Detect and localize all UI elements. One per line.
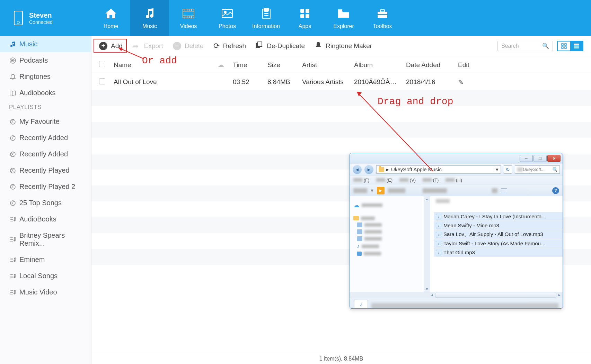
cloud-icon: ☁: [353, 201, 360, 209]
maximize-button[interactable]: ☐: [533, 155, 547, 162]
svg-point-30: [12, 60, 14, 61]
file-item[interactable]: Mean Swifty - Mine.mp3: [434, 221, 563, 230]
nav-home[interactable]: Home: [91, 0, 130, 36]
info-icon: [259, 7, 273, 20]
cloud-icon: ☁: [215, 61, 230, 69]
help-icon[interactable]: ?: [552, 187, 559, 194]
home-icon: [104, 7, 118, 20]
refresh-icon[interactable]: ↻: [504, 165, 512, 174]
svg-rect-57: [562, 47, 563, 48]
dedup-button[interactable]: De-Duplicate: [256, 42, 305, 50]
nav-videos[interactable]: Videos: [169, 0, 208, 36]
device-status: Connected: [29, 19, 53, 25]
export-icon: [132, 42, 141, 50]
audio-file-icon: [436, 223, 441, 228]
folder-icon: [337, 7, 351, 20]
device-name: Steven: [29, 11, 53, 19]
playlist-icon: [9, 118, 17, 126]
col-artist[interactable]: Artist: [299, 61, 351, 69]
toolbar: Add Export Delete ⟳ Refresh De-Duplicate…: [91, 36, 591, 56]
search-input[interactable]: Search 🔍: [497, 41, 553, 51]
phone-icon: [14, 11, 23, 25]
svg-rect-56: [565, 44, 566, 45]
explorer-search[interactable]: UkeySoft... 🔍: [515, 165, 560, 174]
file-list[interactable]: Mariah Carey - I Stay In Love (Instrumen…: [430, 196, 563, 292]
row-checkbox[interactable]: [99, 78, 105, 84]
playlist-icon: [9, 272, 17, 280]
play-icon[interactable]: ▶: [377, 187, 385, 194]
file-item[interactable]: Sara Lov、Air Supply - All Out of Love.mp…: [434, 230, 563, 239]
close-button[interactable]: ✕: [547, 155, 561, 162]
audio-file-icon: [436, 250, 441, 255]
playlist-item[interactable]: Recently Added: [0, 146, 91, 162]
export-button[interactable]: Export: [132, 42, 163, 50]
podcast-icon: [9, 57, 17, 64]
playlist-item[interactable]: AudioBooks: [0, 211, 91, 227]
nav-music[interactable]: Music: [130, 0, 169, 36]
address-bar: ◄ ► ▸ UkeySoft Apple Music ▾ ↻ UkeySoft.…: [350, 164, 563, 175]
video-icon: [182, 7, 195, 20]
content: Add Export Delete ⟳ Refresh De-Duplicate…: [91, 36, 591, 364]
nav-information[interactable]: Information: [247, 0, 285, 36]
playlist-item[interactable]: Local Songs: [0, 268, 91, 284]
delete-button[interactable]: Delete: [173, 42, 204, 50]
col-time[interactable]: Time: [230, 61, 265, 69]
nav-apps[interactable]: Apps: [285, 0, 324, 36]
svg-rect-0: [183, 9, 194, 18]
playlist-item[interactable]: 25 Top Songs: [0, 195, 91, 211]
playlist-item[interactable]: Eminem: [0, 252, 91, 268]
playlist-item[interactable]: Recently Played: [0, 162, 91, 179]
explorer-toolbar: ▾ ▶ ?: [350, 185, 563, 196]
playlists-header: PLAYLISTS: [0, 101, 91, 113]
col-edit[interactable]: Edit: [455, 61, 483, 69]
playlist-item[interactable]: Britney Spears Remix...: [0, 227, 91, 252]
sidebar: Music Podcasts Ringtones Audiobooks PLAY…: [0, 36, 91, 364]
playlist-item[interactable]: Recently Added: [0, 130, 91, 146]
col-album[interactable]: Album: [351, 61, 403, 69]
playlist-item[interactable]: Music Video: [0, 284, 91, 300]
list-view-icon[interactable]: [570, 42, 583, 51]
col-date-added[interactable]: Date Added: [403, 61, 455, 69]
file-item[interactable]: That Girl.mp3: [434, 248, 563, 257]
forward-button[interactable]: ►: [364, 165, 373, 174]
nav-toolbox[interactable]: Toolbox: [363, 0, 402, 36]
svg-rect-24: [338, 9, 342, 11]
back-button[interactable]: ◄: [353, 165, 362, 174]
nav-photos[interactable]: Photos: [208, 0, 247, 36]
grid-view-icon[interactable]: [558, 42, 570, 51]
sidebar-audiobooks[interactable]: Audiobooks: [0, 85, 91, 101]
item-icon: [357, 229, 362, 234]
refresh-icon: ⟳: [213, 42, 220, 51]
breadcrumb[interactable]: ▸ UkeySoft Apple Music ▾: [376, 165, 501, 174]
annotation-box: [94, 39, 127, 53]
playlist-icon: [9, 256, 17, 264]
ringtone-maker-button[interactable]: Ringtone Maker: [315, 41, 372, 51]
select-all-checkbox[interactable]: [99, 61, 105, 67]
explorer-nav-pane[interactable]: ☁ ♪: [350, 196, 424, 292]
playlist-item[interactable]: Recently Played 2: [0, 179, 91, 195]
sidebar-ringtones[interactable]: Ringtones: [0, 69, 91, 85]
view-toggle[interactable]: [557, 41, 583, 51]
svg-rect-54: [258, 42, 262, 46]
apps-icon: [298, 7, 312, 20]
audio-file-icon: [436, 232, 441, 237]
minimize-button[interactable]: ─: [520, 155, 533, 162]
minus-icon: [173, 42, 181, 50]
svg-rect-21: [306, 9, 309, 13]
playlist-item[interactable]: My Favourite: [0, 113, 91, 130]
explorer-window[interactable]: ─ ☐ ✕ ◄ ► ▸ UkeySoft Apple Music ▾ ↻ Uke…: [350, 153, 563, 309]
edit-icon[interactable]: ✎: [455, 78, 483, 86]
file-item[interactable]: Mariah Carey - I Stay In Love (Instrumen…: [434, 212, 563, 221]
playlist-icon: [9, 216, 17, 223]
window-titlebar[interactable]: ─ ☐ ✕: [350, 153, 563, 164]
col-size[interactable]: Size: [265, 61, 299, 69]
file-item[interactable]: Taylor Swift - Love Story (As Made Famou…: [434, 239, 563, 248]
drive-bar: (F) (E) (V) (T) (H): [350, 175, 563, 185]
svg-rect-26: [380, 10, 385, 12]
refresh-button[interactable]: ⟳ Refresh: [213, 42, 246, 51]
sidebar-music[interactable]: Music: [0, 36, 91, 52]
svg-rect-61: [574, 47, 579, 48]
table-row[interactable]: All Out of Love 03:52 8.84MB Various Art…: [91, 74, 591, 90]
sidebar-podcasts[interactable]: Podcasts: [0, 52, 91, 69]
nav-explorer[interactable]: Explorer: [324, 0, 363, 36]
